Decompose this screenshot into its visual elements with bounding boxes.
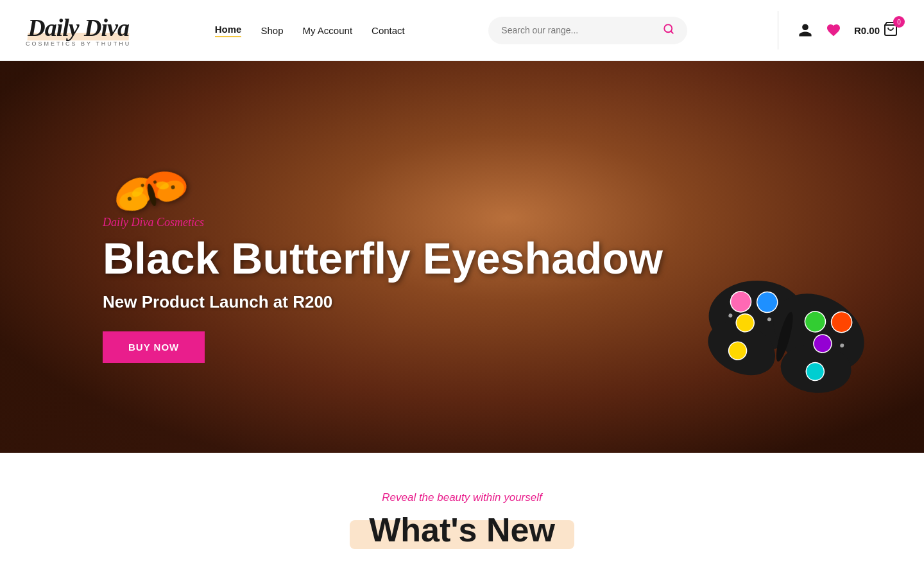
svg-line-1 <box>671 31 673 33</box>
cart-badge: 0 <box>893 16 905 28</box>
hero-content: Daily Diva Cosmetics Black Butterfly Eye… <box>103 216 663 363</box>
cart-price: R0.00 <box>854 25 880 36</box>
nav-item-my-account[interactable]: My Account <box>303 25 353 36</box>
hero-subtitle: New Product Launch at R200 <box>103 292 663 312</box>
site-header: Daily Diva COSMETICS BY THUTHU Home Shop… <box>0 0 924 61</box>
brand-name: Daily Diva <box>28 13 129 42</box>
hero-brand-label: Daily Diva Cosmetics <box>103 216 663 229</box>
nav-item-contact[interactable]: Contact <box>372 25 405 36</box>
search-input[interactable] <box>501 25 663 35</box>
header-icons: R0.00 0 <box>771 11 898 49</box>
hero-title: Black Butterfly Eyeshadow <box>103 234 663 283</box>
wishlist-button[interactable] <box>826 22 841 38</box>
logo[interactable]: Daily Diva COSMETICS BY THUTHU <box>26 13 131 47</box>
whats-new-container: What's New <box>369 511 555 549</box>
divider <box>778 11 778 49</box>
hero-section: Daily Diva Cosmetics Black Butterfly Eye… <box>0 61 924 453</box>
below-hero-section: Reveal the beauty within yourself What's… <box>0 453 924 568</box>
whats-new-title: What's New <box>369 511 555 549</box>
user-account-button[interactable] <box>798 22 813 38</box>
buy-now-button[interactable]: BUY NOW <box>103 331 205 363</box>
cart-button[interactable]: R0.00 0 <box>854 21 898 39</box>
search-button[interactable] <box>663 23 674 38</box>
nav-item-home[interactable]: Home <box>215 24 242 37</box>
main-nav: Home Shop My Account Contact <box>215 24 405 37</box>
nav-item-shop[interactable]: Shop <box>261 25 283 36</box>
tagline: Reveal the beauty within yourself <box>13 491 911 504</box>
search-bar <box>488 17 687 44</box>
